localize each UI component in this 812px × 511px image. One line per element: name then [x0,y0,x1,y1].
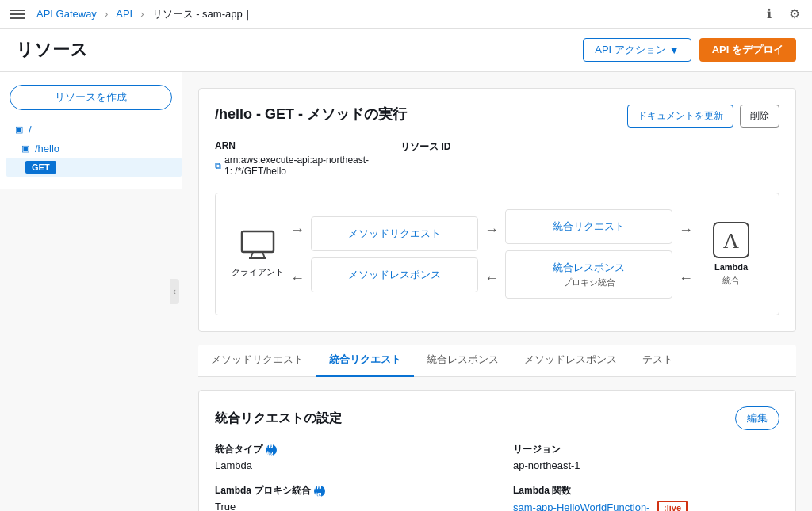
request-arrow-3: → [676,222,696,238]
create-resource-button[interactable]: リソースを作成 [10,85,172,110]
breadcrumb-api-gateway[interactable]: API Gateway [36,8,97,20]
integration-request-link[interactable]: 統合リクエスト [553,220,625,232]
method-request-box[interactable]: メソッドリクエスト [311,216,478,251]
page-title: リソース [16,38,88,62]
integration-type-field: 統合タイプ 情報 Lambda [215,443,481,471]
sidebar-item-root[interactable]: ▣ / [6,120,182,139]
tab-method-response[interactable]: メソッドレスポンス [511,345,630,377]
tree-label-root: / [29,124,32,135]
lambda-proxy-value: True [215,501,481,511]
arn-text: arn:aws:execute-api:ap-northeast- 1: /*/… [224,154,369,177]
right-panel: /hello - GET - メソッドの実行 ドキュメントを更新 削除 ARN … [182,72,812,511]
method-response-link[interactable]: メソッドレスポンス [348,269,441,280]
tab-integration-request[interactable]: 統合リクエスト [316,345,414,377]
hamburger-menu[interactable] [10,6,25,22]
lambda-func-value: sam-app-HelloWorldFunction- :live [513,501,779,511]
lambda-func-field: Lambda 関数 sam-app-HelloWorldFunction- :l… [513,484,779,511]
breadcrumb-api[interactable]: API [116,8,132,20]
method-card-title: /hello - GET - メソッドの実行 [215,105,407,124]
integration-type-value: Lambda [215,460,481,471]
main-content: リソースを作成 ▣ / ▣ /hello GET [0,72,812,511]
request-arrow-1: → [287,222,308,238]
sidebar-tree: ▣ / ▣ /hello GET [0,120,182,177]
lambda-sub: 統合 [722,275,740,287]
lambda-proxy-info[interactable]: 情報 [314,486,325,497]
tab-method-request[interactable]: メソッドリクエスト [198,345,316,377]
sidebar-item-hello[interactable]: ▣ /hello [6,139,182,158]
response-arrow-1: ← [287,270,308,287]
response-arrow-2: ← [481,270,502,287]
client-node: クライアント [232,230,284,278]
top-nav: API Gateway › API › リソース - sam-app｜ ℹ ⚙ [0,0,812,29]
live-badge: :live [657,501,688,511]
method-card-header: /hello - GET - メソッドの実行 ドキュメントを更新 削除 [215,105,779,128]
breadcrumb-sep-1: › [105,8,108,20]
integration-type-info[interactable]: 情報 [266,444,277,456]
tabs-bar: メソッドリクエスト 統合リクエスト 統合レスポンス メソッドレスポンス テスト [198,345,796,377]
method-card-actions: ドキュメントを更新 削除 [627,105,779,128]
request-arrow-2: → [481,222,502,238]
tab-test[interactable]: テスト [630,345,686,377]
page: リソース API アクション ▼ API をデプロイ リソースを作成 ▣ / [0,29,812,511]
arn-value: ⧉ arn:aws:execute-api:ap-northeast- 1: /… [215,154,369,177]
meta-row: ARN ⧉ arn:aws:execute-api:ap-northeast- … [215,140,779,177]
region-label: リージョン [513,443,779,456]
update-doc-button[interactable]: ドキュメントを更新 [627,105,733,128]
flow-box-col-1: メソッドリクエスト メソッドレスポンス [311,216,478,292]
integration-request-box[interactable]: 統合リクエスト [505,209,672,244]
page-header: リソース API アクション ▼ API をデプロイ [0,29,812,72]
integration-response-box[interactable]: 統合レスポンス プロキシ統合 [505,250,672,299]
flow-diagram: クライアント → ← メソッドリクエスト メソッドレスポンス [215,193,779,315]
lambda-label: Lambda [714,262,748,272]
resource-id-label: リソース ID [400,140,450,154]
api-action-button[interactable]: API アクション ▼ [583,38,691,62]
lambda-func-link[interactable]: sam-app-HelloWorldFunction- [513,501,649,511]
integration-response-sub: プロキシ統合 [519,276,659,288]
response-arrow-3: ← [676,270,696,287]
tree-icon-hello: ▣ [19,142,32,154]
settings-icon[interactable]: ⚙ [787,6,802,22]
breadcrumb-current: リソース - sam-app｜ [152,7,253,21]
settings-card: 統合リクエストの設定 編集 統合タイプ 情報 Lambda リージョン [198,390,796,511]
svg-rect-0 [242,231,274,252]
method-request-link[interactable]: メソッドリクエスト [348,227,441,239]
get-badge: GET [25,161,56,174]
lambda-proxy-label: Lambda プロキシ統合 情報 [215,484,481,498]
tab-integration-response[interactable]: 統合レスポンス [414,345,511,377]
sidebar-item-get[interactable]: GET [6,158,182,177]
deploy-api-button[interactable]: API をデプロイ [699,38,796,62]
arn-col: ARN ⧉ arn:aws:execute-api:ap-northeast- … [215,140,369,177]
client-icon [239,230,277,261]
lambda-func-label: Lambda 関数 [513,484,779,498]
sidebar: リソースを作成 ▣ / ▣ /hello GET [0,72,182,189]
settings-title: 統合リクエストの設定 [215,410,342,427]
resource-id-col: リソース ID [400,140,450,177]
region-value: ap-northeast-1 [513,460,779,471]
integration-response-link[interactable]: 統合レスポンス [553,261,625,273]
copy-icon[interactable]: ⧉ [215,161,221,171]
settings-grid: 統合タイプ 情報 Lambda リージョン ap-northeast-1 Lam… [215,443,779,511]
edit-button[interactable]: 編集 [735,406,779,430]
lambda-icon: Λ [712,221,750,259]
arn-label: ARN [215,140,369,151]
method-response-box[interactable]: メソッドレスポンス [311,257,478,292]
svg-text:Λ: Λ [723,228,740,253]
lambda-node: Λ Lambda 統合 [699,221,763,287]
method-execution-card: /hello - GET - メソッドの実行 ドキュメントを更新 削除 ARN … [198,88,796,332]
tree-icon-root: ▣ [13,123,25,135]
header-actions: API アクション ▼ API をデプロイ [583,38,796,62]
breadcrumb-sep-2: › [140,8,144,20]
tree-label-hello: /hello [35,143,59,154]
integration-type-label: 統合タイプ 情報 [215,443,481,456]
client-label: クライアント [232,266,284,278]
nav-right: ℹ ⚙ [761,6,802,22]
info-icon[interactable]: ℹ [761,6,777,22]
delete-button[interactable]: 削除 [740,105,779,128]
lambda-proxy-field: Lambda プロキシ統合 情報 True [215,484,481,511]
flow-box-col-2: 統合リクエスト 統合レスポンス プロキシ統合 [505,209,672,299]
region-field: リージョン ap-northeast-1 [513,443,779,471]
sidebar-container: リソースを作成 ▣ / ▣ /hello GET [0,72,182,511]
settings-header: 統合リクエストの設定 編集 [215,406,779,430]
